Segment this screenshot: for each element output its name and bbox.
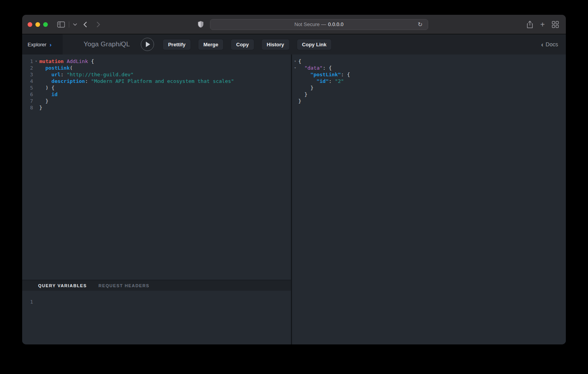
history-button[interactable]: History (261, 39, 290, 50)
docs-label: Docs (546, 41, 558, 47)
sidebar-icon (57, 21, 65, 28)
zoom-window-button[interactable] (43, 22, 48, 27)
copy-link-button[interactable]: Copy Link (297, 39, 332, 50)
minimize-window-button[interactable] (35, 22, 40, 27)
result-pane: ▾{▾ "data": { "postLink": { "id": "2" } … (292, 54, 566, 344)
explorer-chevron-icon: › (49, 42, 51, 47)
share-button[interactable] (525, 19, 535, 30)
security-label: Not Secure — (294, 21, 326, 27)
merge-button[interactable]: Merge (198, 39, 224, 50)
close-window-button[interactable] (28, 22, 32, 27)
play-icon (146, 42, 150, 47)
back-button[interactable] (82, 20, 89, 29)
graphiql-toolbar: Explorer › Yoga GraphiQL Prettify Merge … (22, 34, 566, 54)
execute-query-button[interactable] (141, 38, 154, 51)
query-pane: 1▾mutation AddLink {2 postLink(3 url: "h… (22, 54, 291, 344)
secondary-tabs: QUERY VARIABLES REQUEST HEADERS (22, 280, 291, 291)
privacy-report-button[interactable] (196, 19, 205, 30)
new-tab-button[interactable]: + (539, 19, 546, 30)
prettify-button[interactable]: Prettify (163, 39, 191, 50)
plus-icon: + (540, 21, 545, 28)
browser-titlebar: Not Secure — 0.0.0.0 ↻ + (22, 15, 566, 34)
sidebar-menu-button[interactable] (72, 22, 79, 27)
query-editor[interactable]: 1▾mutation AddLink {2 postLink(3 url: "h… (22, 54, 291, 280)
shield-icon (198, 21, 204, 28)
chevron-right-icon (96, 21, 100, 28)
forward-button[interactable] (95, 20, 102, 29)
sidebar-toggle-button[interactable] (56, 20, 66, 29)
reload-icon: ↻ (418, 21, 423, 28)
titlebar-separator (69, 21, 69, 28)
safari-window: Not Secure — 0.0.0.0 ↻ + (22, 15, 566, 344)
reload-button[interactable]: ↻ (415, 19, 425, 30)
result-viewer[interactable]: ▾{▾ "data": { "postLink": { "id": "2" } … (292, 54, 566, 344)
chevron-down-icon (73, 23, 77, 26)
explorer-toggle[interactable]: Explorer › (22, 34, 63, 54)
explorer-label: Explorer (28, 42, 46, 47)
url-text: 0.0.0.0 (328, 21, 344, 27)
docs-toggle[interactable]: ‹ Docs (541, 41, 558, 48)
copy-button[interactable]: Copy (231, 39, 254, 50)
tab-grid-icon (552, 21, 559, 28)
tab-request-headers[interactable]: REQUEST HEADERS (98, 283, 149, 288)
address-bar[interactable]: Not Secure — 0.0.0.0 ↻ (210, 19, 428, 30)
variables-editor[interactable]: 1 (22, 291, 291, 344)
app-logo: Yoga GraphiQL (84, 40, 130, 48)
chevron-left-icon (83, 21, 87, 28)
docs-chevron-icon: ‹ (541, 41, 543, 48)
share-icon (527, 21, 533, 28)
tab-query-variables[interactable]: QUERY VARIABLES (38, 283, 87, 288)
toolbar-buttons: Prettify Merge Copy History Copy Link (163, 39, 332, 50)
workspace: 1▾mutation AddLink {2 postLink(3 url: "h… (22, 54, 566, 344)
window-controls (28, 22, 48, 27)
tab-overview-button[interactable] (550, 19, 560, 30)
